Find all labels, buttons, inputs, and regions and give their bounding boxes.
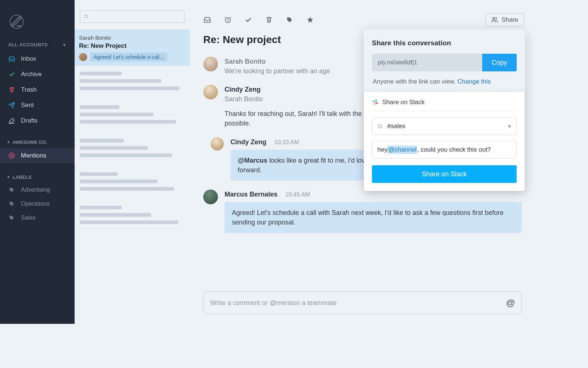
search-icon [84, 14, 89, 19]
compose-input[interactable]: Write a comment or @mention a teammate @ [203, 291, 522, 314]
conversation-preview-chip: Agreed! Let's schedule a call... [90, 53, 167, 61]
nav-mentions[interactable]: Mentions [0, 148, 75, 163]
nav-drafts-label: Drafts [21, 117, 37, 124]
share-popover: Share this conversation ply.ml/aie8dfj1 … [364, 29, 525, 191]
share-permission: Anyone with the link can view. Change th… [373, 78, 516, 85]
share-button-label: Share [502, 16, 518, 24]
copy-button[interactable]: Copy [482, 54, 517, 71]
nav-mentions-label: Mentions [21, 152, 46, 159]
nav-trash-label: Trash [21, 86, 37, 93]
message-time: 10:45 AM [285, 191, 310, 198]
nav-inbox[interactable]: Inbox [0, 51, 75, 67]
svg-rect-6 [374, 103, 375, 105]
done-icon[interactable] [244, 16, 252, 24]
label-sales[interactable]: Sales [0, 211, 75, 225]
search-input[interactable] [80, 10, 184, 23]
slack-icon [372, 99, 379, 106]
nav-sent-label: Sent [21, 102, 34, 109]
snooze-icon[interactable] [224, 16, 232, 24]
slack-share-card: Share on Slack #sales ▾ hey @channel, co… [364, 92, 525, 191]
label-text: Advertising [21, 187, 50, 193]
label-icon[interactable] [286, 16, 294, 24]
slack-channel-select[interactable]: #sales ▾ [372, 117, 517, 135]
tag-icon [8, 201, 15, 207]
message[interactable]: Marcus Bernales 10:45 AM Agreed! Let's s… [190, 187, 535, 240]
avatar [79, 53, 87, 61]
labels-header[interactable]: ▼ LABELS [0, 174, 75, 183]
slack-header-label: Share on Slack [382, 99, 424, 106]
nav-inbox-label: Inbox [21, 55, 36, 63]
change-permission-link[interactable]: Change this [458, 78, 491, 85]
slack-channel-value: #sales [387, 123, 405, 130]
nav-drafts[interactable]: Drafts [0, 113, 75, 128]
compose-placeholder: Write a comment or @mention a teammate [210, 299, 337, 307]
star-icon[interactable] [306, 16, 314, 24]
conversation-item-placeholder[interactable] [75, 166, 190, 200]
chevron-down-icon: ▾ [508, 123, 511, 130]
label-advertising[interactable]: Advertising [0, 183, 75, 197]
sidebar: ALL ACCOUNTS ▼ Inbox Archive Trash Sent … [0, 0, 75, 324]
nav-trash[interactable]: Trash [0, 82, 75, 98]
svg-rect-4 [376, 100, 377, 102]
label-operations[interactable]: Operations [0, 197, 75, 211]
share-on-slack-button[interactable]: Share on Slack [372, 165, 517, 183]
inbox-icon [8, 56, 15, 62]
delete-icon[interactable] [265, 16, 273, 24]
conversation-item-placeholder[interactable] [75, 66, 190, 99]
search-icon [377, 124, 383, 129]
compose-icon[interactable] [10, 15, 24, 29]
svg-point-0 [11, 155, 13, 157]
share-title: Share this conversation [372, 39, 517, 47]
slack-mention: @channel [387, 146, 417, 154]
slack-msg-prefix: hey [377, 146, 387, 153]
conversation-item-placeholder[interactable] [75, 99, 190, 133]
check-icon [8, 71, 15, 78]
search-field[interactable] [91, 14, 180, 20]
message-time: 10:33 AM [274, 139, 299, 145]
share-button[interactable]: Share [485, 13, 524, 26]
tag-icon [8, 187, 15, 193]
slack-message-input[interactable]: hey @channel, could you check this out? [372, 141, 517, 159]
nav-sent[interactable]: Sent [0, 98, 75, 113]
tag-icon [8, 215, 15, 221]
label-text: Operations [21, 201, 50, 207]
conversation-from: Sarah Bonito [79, 35, 185, 41]
svg-point-8 [379, 124, 382, 128]
share-perm-text: Anyone with the link can view. [373, 78, 458, 85]
conversation-item-placeholder[interactable] [75, 200, 190, 233]
svg-rect-7 [376, 103, 378, 104]
trash-icon [8, 86, 15, 93]
team-header[interactable]: ▼ AWESOME CO. [0, 139, 75, 148]
chevron-down-icon: ▼ [7, 140, 10, 144]
message-author: Marcus Bernales [225, 191, 277, 198]
share-link[interactable]: ply.ml/aie8dfj1 [372, 54, 482, 71]
conversation-list: Sarah Bonito Re: New Project Agreed! Let… [75, 0, 190, 324]
conversation-subject: Re: New Project [79, 42, 185, 50]
inbox-icon[interactable] [203, 16, 211, 24]
people-icon [491, 17, 498, 23]
avatar [203, 85, 218, 99]
slack-msg-suffix: , could you check this out? [417, 146, 491, 153]
at-icon[interactable]: @ [506, 298, 515, 308]
comment-bubble: Agreed! Let's schedule a call with Sarah… [225, 202, 522, 233]
svg-point-3 [492, 17, 495, 20]
message-author: Cindy Zeng [230, 138, 266, 146]
avatar [203, 57, 218, 71]
conversation-item-selected[interactable]: Sarah Bonito Re: New Project Agreed! Let… [75, 29, 190, 66]
svg-rect-5 [373, 101, 375, 102]
chevron-down-icon: ▼ [62, 43, 67, 47]
mention[interactable]: @Marcus [238, 157, 268, 164]
label-text: Sales [21, 215, 36, 221]
nav-archive-label: Archive [21, 71, 42, 78]
send-icon [8, 102, 15, 109]
avatar [211, 137, 224, 151]
labels-header-label: LABELS [12, 174, 32, 180]
accounts-header[interactable]: ALL ACCOUNTS ▼ [0, 42, 75, 51]
nav-archive[interactable]: Archive [0, 67, 75, 82]
conversation-item-placeholder[interactable] [75, 133, 190, 166]
drafts-icon [8, 117, 15, 124]
thread-view: Share Re: New project Sarah Bonito We're… [190, 0, 535, 324]
at-icon [8, 152, 15, 159]
svg-point-1 [85, 15, 87, 18]
team-header-label: AWESOME CO. [12, 139, 47, 145]
